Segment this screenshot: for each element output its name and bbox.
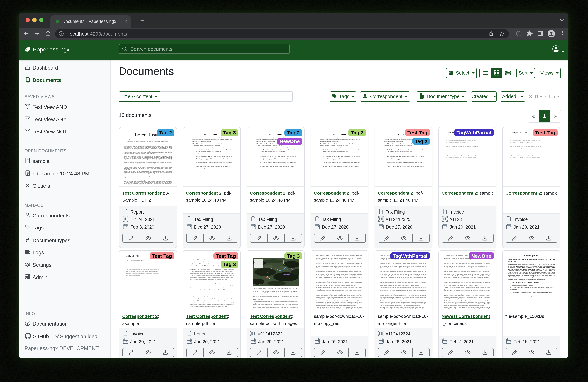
svg-text:Day 2: Day 2	[255, 264, 257, 265]
svg-text:Legend: Legend	[254, 262, 257, 263]
svg-text:by trip CANOE: by trip CANOE	[254, 261, 259, 261]
svg-text:Google Earth: Google Earth	[254, 284, 260, 285]
svg-text:Day 3: Day 3	[255, 265, 257, 266]
svg-text:Day 4: Day 4	[255, 266, 257, 267]
svg-text:Day 1: Day 1	[255, 263, 257, 264]
svg-text:Boundary Waters Trip: Boundary Waters Trip	[254, 259, 264, 260]
